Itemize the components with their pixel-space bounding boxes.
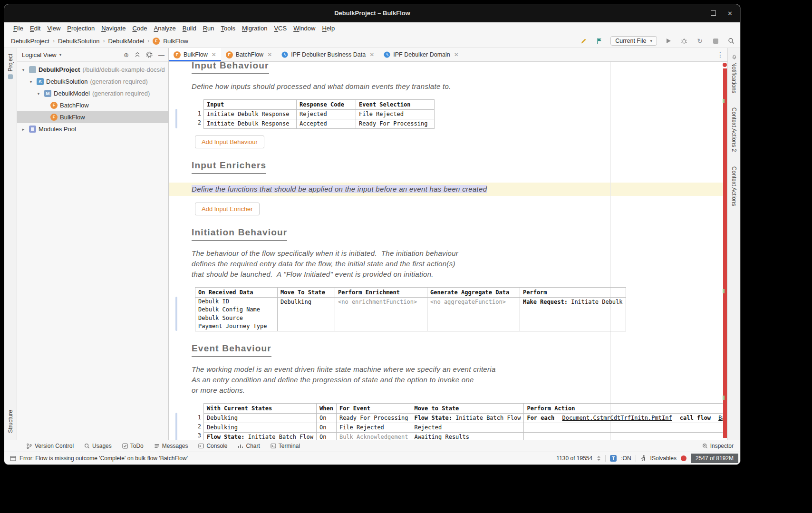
cell-when[interactable]: On [317,423,337,432]
editor-content[interactable]: Input Behaviour Define how inputs should… [169,62,723,440]
cell-when[interactable]: On [317,413,337,423]
t-mode-badge[interactable]: T [610,455,617,462]
tab-ipf-debulker-domain[interactable]: IPF Debulker Domain ✕ [379,48,464,61]
cell-response-code[interactable]: Accepted [297,119,356,128]
gear-icon[interactable] [146,51,153,58]
cell-perform-action[interactable]: For each Document.CstmrCdtTrfInitn.PmtIn… [524,413,723,423]
tree-item-batchflow[interactable]: F BatchFlow [17,99,168,111]
debug-icon[interactable] [680,37,688,45]
table-row[interactable]: Debulk ID Debulk Config Name Debulk Sour… [195,297,626,331]
close-icon[interactable]: ✕ [369,51,374,58]
close-icon[interactable]: ✕ [454,51,459,58]
run-button[interactable] [664,37,673,45]
flag-icon[interactable] [595,37,603,45]
stop-button[interactable] [711,37,720,45]
menu-vcs[interactable]: VCS [271,24,290,33]
menu-analyze[interactable]: Analyze [151,24,179,33]
breadcrumb-item[interactable]: DebulkSolution [58,38,99,45]
rerun-icon[interactable]: ↻ [696,37,704,45]
memory-indicator[interactable]: 2547 of 8192M [691,454,738,463]
table-row[interactable]: Flow State: Initiate Batch Flow On Bulk … [204,432,723,440]
close-icon[interactable]: ✕ [212,51,216,58]
breadcrumb-item[interactable]: DebulkProject [11,38,49,45]
run-configuration-select[interactable]: Current File ▾ [610,36,657,46]
toolwindow-console[interactable]: Console [198,443,227,449]
tool-stripe-context-actions-2[interactable]: Context Actions 2 [731,107,737,152]
cell-received-data[interactable]: Debulk ID Debulk Config Name Debulk Sour… [195,297,278,331]
flow-link[interactable]: BatchFlow [718,415,723,421]
menu-run[interactable]: Run [200,24,218,33]
tree-item-debulksolution[interactable]: ▾ S DebulkSolution (generation required) [17,76,168,87]
cell-move-to-state[interactable]: Awaiting Results [411,432,524,440]
editor-scrollbar[interactable] [723,62,727,440]
menu-file[interactable]: File [10,24,27,33]
tool-stripe-project[interactable]: Project [7,54,14,79]
tab-bulkflow[interactable]: F BulkFlow ✕ [169,48,221,61]
cell-move-to-state[interactable]: Rejected [411,423,524,432]
cell-aggregate[interactable]: <no aggregateFunction> [427,297,520,331]
toolwindow-version-control[interactable]: Version Control [26,443,74,449]
cell-for-event[interactable]: Ready For Processing [336,413,411,423]
table-row[interactable]: Debulking On Ready For Processing Flow S… [204,413,723,423]
toolwindow-todo[interactable]: ToDo [122,443,144,449]
cell-current-states[interactable]: Debulking [204,413,317,423]
toolwindow-terminal[interactable]: Terminal [271,443,300,449]
close-icon[interactable]: ✕ [727,10,733,17]
error-indicator-icon[interactable] [681,455,686,461]
tool-stripe-context-actions[interactable]: Context Actions [731,166,737,206]
cell-move-to-state[interactable]: Flow State: Initiate Batch Flow [411,413,524,423]
cell-response-code[interactable]: Rejected [297,109,356,119]
cell-perform-action[interactable] [524,432,723,440]
close-icon[interactable]: ✕ [267,51,272,58]
document-path-link[interactable]: Document.CstmrCdtTrfInitn.PmtInf [562,415,672,421]
add-input-enricher-button[interactable]: Add Input Enricher [195,203,260,215]
chevron-down-icon[interactable]: ▾ [20,68,27,72]
cell-perform[interactable]: Make Request: Initiate Debulk [520,297,626,331]
tab-ipf-debulker-business-data[interactable]: IPF Debulker Business Data ✕ [277,48,379,61]
menu-help[interactable]: Help [319,24,338,33]
menu-window[interactable]: Window [290,24,319,33]
menu-code[interactable]: Code [129,24,150,33]
cell-input[interactable]: Initiate Debulk Response [204,119,297,128]
toolwindow-inspector[interactable]: Inspector [702,443,734,449]
tree-item-bulkflow[interactable]: F BulkFlow [17,111,168,123]
cell-event-selection[interactable]: Ready For Processing [356,119,435,128]
collapse-all-icon[interactable] [135,52,140,58]
search-everywhere-icon[interactable] [727,37,735,45]
cell-input[interactable]: Initiate Debulk Response [204,109,297,119]
chevron-down-icon[interactable]: ▾ [28,79,34,84]
maximize-icon[interactable] [711,10,716,17]
chevron-right-icon[interactable]: ▸ [20,127,27,132]
breadcrumb-item[interactable]: BulkFlow [163,38,188,45]
breadcrumb-item[interactable]: DebulkModel [108,38,144,45]
position-stepper-icon[interactable] [597,455,601,461]
add-input-behaviour-button[interactable]: Add Input Behaviour [195,136,264,148]
toolwindow-chart[interactable]: Chart [238,443,260,449]
minimize-icon[interactable]: — [693,10,699,17]
chevron-down-icon[interactable]: ▾ [35,91,42,96]
tree-item-debulkmodel[interactable]: ▾ M DebulkModel (generation required) [17,87,168,99]
hide-panel-icon[interactable]: — [158,52,164,58]
cell-when[interactable]: On [317,432,337,440]
menu-view[interactable]: View [44,24,64,33]
menu-projection[interactable]: Projection [64,24,98,33]
menu-navigate[interactable]: Navigate [98,24,129,33]
status-error-message[interactable]: Error: Flow is missing outcome 'Complete… [19,455,188,462]
locate-target-icon[interactable]: ⊕ [124,52,129,58]
cell-perform-action[interactable] [524,423,723,432]
toolwindow-messages[interactable]: Messages [154,443,188,449]
cell-enrichment[interactable]: <no enrichmentFunction> [335,297,427,331]
table-row[interactable]: Debulking On File Rejected Rejected [204,423,723,432]
error-stripe[interactable] [723,68,727,438]
tree-item-debulkproject[interactable]: ▾ DebulkProject (/build/debulk-example-d… [17,64,168,76]
tab-batchflow[interactable]: F BatchFlow ✕ [221,48,277,61]
tool-stripe-structure[interactable]: Structure [7,410,14,433]
menu-build[interactable]: Build [179,24,200,33]
cell-current-states[interactable]: Debulking [204,423,317,432]
cell-move-to-state[interactable]: Debulking [278,297,335,331]
edit-pencil-icon[interactable] [579,37,588,45]
menu-migration[interactable]: Migration [239,24,271,33]
tab-options-menu-icon[interactable]: ⋮ [713,48,727,61]
table-row[interactable]: Initiate Debulk Response Rejected File R… [204,109,435,119]
tool-stripe-notifications[interactable]: Notifications [731,55,737,93]
